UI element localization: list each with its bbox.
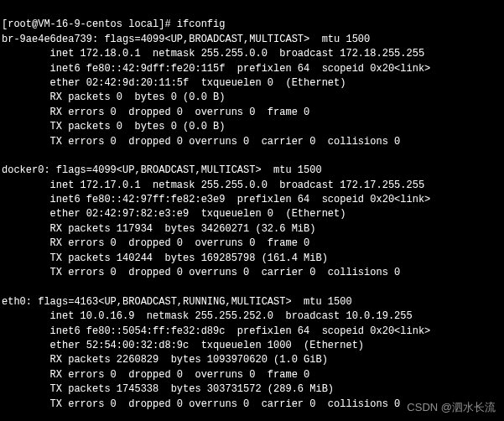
iface-eth0-rx-errors: RX errors 0 dropped 0 overruns 0 frame 0 (2, 369, 309, 381)
iface-docker0-inet: inet 172.17.0.1 netmask 255.255.0.0 broa… (2, 179, 424, 191)
iface-br-inet: inet 172.18.0.1 netmask 255.255.0.0 broa… (2, 48, 424, 60)
iface-br-tx-packets: TX packets 0 bytes 0 (0.0 B) (2, 121, 225, 133)
command: ifconfig (177, 18, 226, 30)
iface-docker0-ether: ether 02:42:97:82:e3:e9 txqueuelen 0 (Et… (2, 208, 346, 220)
iface-br-ether: ether 02:42:9d:20:11:5f txqueuelen 0 (Et… (2, 77, 346, 89)
iface-docker0-rx-packets: RX packets 117934 bytes 34260271 (32.6 M… (2, 223, 315, 235)
prompt: [root@VM-16-9-centos local]# (2, 18, 177, 30)
iface-docker0-header: docker0: flags=4099<UP,BROADCAST,MULTICA… (2, 164, 322, 176)
iface-eth0-inet: inet 10.0.16.9 netmask 255.255.252.0 bro… (2, 310, 413, 322)
iface-docker0-rx-errors: RX errors 0 dropped 0 overruns 0 frame 0 (2, 237, 309, 249)
iface-eth0-tx-errors: TX errors 0 dropped 0 overruns 0 carrier… (2, 398, 400, 410)
terminal-output[interactable]: [root@VM-16-9-centos local]# ifconfig br… (0, 0, 504, 421)
iface-br-rx-packets: RX packets 0 bytes 0 (0.0 B) (2, 91, 225, 103)
iface-docker0-inet6: inet6 fe80::42:97ff:fe82:e3e9 prefixlen … (2, 194, 430, 205)
iface-br-inet6: inet6 fe80::42:9dff:fe20:115f prefixlen … (2, 63, 430, 75)
iface-eth0-inet6: inet6 fe80::5054:ff:fe32:d89c prefixlen … (2, 325, 430, 337)
watermark: CSDN @泗水长流 (407, 400, 496, 416)
iface-eth0-rx-packets: RX packets 2260829 bytes 1093970620 (1.0… (2, 354, 328, 366)
iface-docker0-tx-packets: TX packets 140244 bytes 169285798 (161.4… (2, 252, 328, 264)
iface-br-tx-errors: TX errors 0 dropped 0 overruns 0 carrier… (2, 136, 400, 148)
iface-eth0-header: eth0: flags=4163<UP,BROADCAST,RUNNING,MU… (2, 296, 352, 308)
iface-br-rx-errors: RX errors 0 dropped 0 overruns 0 frame 0 (2, 107, 309, 118)
iface-eth0-tx-packets: TX packets 1745338 bytes 303731572 (289.… (2, 383, 334, 395)
iface-docker0-tx-errors: TX errors 0 dropped 0 overruns 0 carrier… (2, 267, 400, 278)
iface-br-header: br-9ae4e6dea739: flags=4099<UP,BROADCAST… (2, 34, 370, 45)
iface-eth0-ether: ether 52:54:00:32:d8:9c txqueuelen 1000 … (2, 340, 364, 351)
